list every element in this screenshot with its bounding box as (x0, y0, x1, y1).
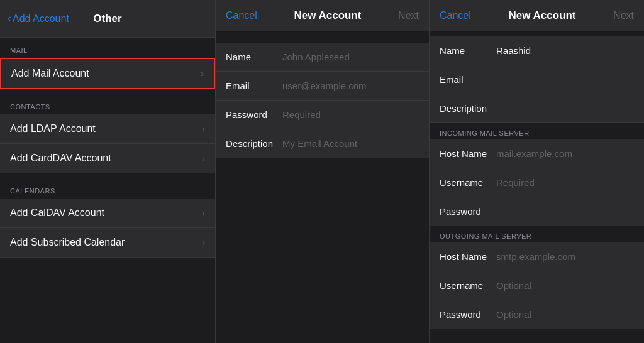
field-label-p3-hostname-in: Host Name (440, 148, 496, 159)
field-label-p3-password-out: Password (440, 309, 496, 320)
field-label-p3-username-in: Username (440, 177, 496, 188)
form-row-password: Password Required (216, 101, 429, 129)
list-item-add-ldap-account[interactable]: Add LDAP Account › (0, 114, 215, 144)
field-label-name: Name (226, 52, 282, 62)
section-label-contacts: CONTACTS (0, 94, 215, 114)
back-button[interactable]: ‹ Add Account (8, 12, 69, 25)
panel3-title: New Account (508, 9, 575, 22)
field-placeholder-name[interactable]: John Appleseed (282, 52, 350, 62)
list-item-text: Add CalDAV Account (10, 207, 104, 219)
chevron-right-icon: › (202, 237, 205, 248)
form-row-p3-email: Email (430, 65, 644, 94)
panel-new-account-empty: Cancel New Account Next Name John Apples… (216, 0, 430, 343)
field-label-p3-name: Name (440, 45, 496, 56)
field-label-p3-email: Email (440, 74, 496, 85)
section-label-mail: MAIL (0, 38, 215, 58)
field-label-description: Description (226, 138, 282, 149)
list-item-add-caldav-account[interactable]: Add CalDAV Account › (0, 199, 215, 228)
panel-add-account-other: ‹ Add Account Other MAIL Add Mail Accoun… (0, 0, 216, 343)
panel2-header: Cancel New Account Next (216, 0, 429, 31)
form-row-p3-password-in: Password (430, 197, 644, 226)
form-row-name: Name John Appleseed (216, 43, 429, 72)
field-label-p3-password-in: Password (440, 206, 496, 217)
list-item-add-subscribed-calendar[interactable]: Add Subscribed Calendar › (0, 228, 215, 258)
field-value-p3-name[interactable]: Raashid (496, 45, 531, 56)
list-item-add-carddav-account[interactable]: Add CardDAV Account › (0, 144, 215, 173)
panel3-header: Cancel New Account Next (430, 0, 644, 31)
chevron-right-icon: › (202, 153, 205, 163)
list-item-text: Add LDAP Account (10, 123, 96, 134)
chevron-right-icon: › (201, 68, 204, 79)
chevron-left-icon: ‹ (8, 12, 11, 25)
form-row-p3-hostname-in: Host Name mail.example.com (430, 139, 644, 168)
field-placeholder-description[interactable]: My Email Account (282, 138, 357, 149)
list-item-add-mail-account[interactable]: Add Mail Account › (0, 58, 215, 89)
form-row-description: Description My Email Account (216, 129, 429, 158)
section-label-incoming: INCOMING MAIL SERVER (430, 123, 644, 139)
field-label-p3-username-out: Username (440, 280, 496, 291)
next-button-p3-disabled: Next (613, 10, 634, 21)
form-row-p3-password-out: Password Optional (430, 300, 644, 329)
panel1-header: ‹ Add Account Other (0, 0, 215, 38)
list-item-text: Add Subscribed Calendar (10, 237, 125, 248)
form-row-p3-username-out: Username Optional (430, 271, 644, 300)
form-row-p3-name: Name Raashid (430, 36, 644, 65)
field-label-p3-hostname-out: Host Name (440, 251, 496, 262)
field-placeholder-p3-password-out[interactable]: Optional (496, 309, 531, 320)
list-item-text: Add CardDAV Account (10, 153, 111, 164)
field-placeholder-p3-hostname-out[interactable]: smtp.example.com (496, 251, 575, 262)
field-placeholder-email[interactable]: user@example.com (282, 80, 367, 91)
field-label-p3-description: Description (440, 103, 496, 114)
form-row-p3-description: Description (430, 94, 644, 123)
panel2-title: New Account (294, 9, 361, 22)
list-item-text: Add Mail Account (11, 68, 89, 79)
form-row-p3-hostname-out: Host Name smtp.example.com (430, 242, 644, 271)
chevron-right-icon: › (202, 208, 205, 218)
panel1-title: Other (93, 13, 121, 25)
field-placeholder-p3-username-in[interactable]: Required (496, 177, 535, 188)
cancel-button-p3[interactable]: Cancel (440, 10, 471, 21)
chevron-right-icon: › (202, 124, 205, 134)
form-row-email: Email user@example.com (216, 72, 429, 101)
section-label-outgoing: OUTGOING MAIL SERVER (430, 226, 644, 242)
field-placeholder-password[interactable]: Required (282, 109, 321, 120)
field-label-password: Password (226, 109, 282, 120)
panel-new-account-filled: Cancel New Account Next Name Raashid Ema… (430, 0, 644, 343)
cancel-button[interactable]: Cancel (226, 10, 257, 21)
form-row-p3-username-in: Username Required (430, 168, 644, 197)
next-button-disabled: Next (398, 10, 419, 21)
section-label-calendars: CALENDARS (0, 178, 215, 199)
field-label-email: Email (226, 80, 282, 91)
field-placeholder-p3-hostname-in[interactable]: mail.example.com (496, 148, 572, 159)
back-label: Add Account (13, 13, 69, 24)
field-placeholder-p3-username-out[interactable]: Optional (496, 280, 531, 291)
